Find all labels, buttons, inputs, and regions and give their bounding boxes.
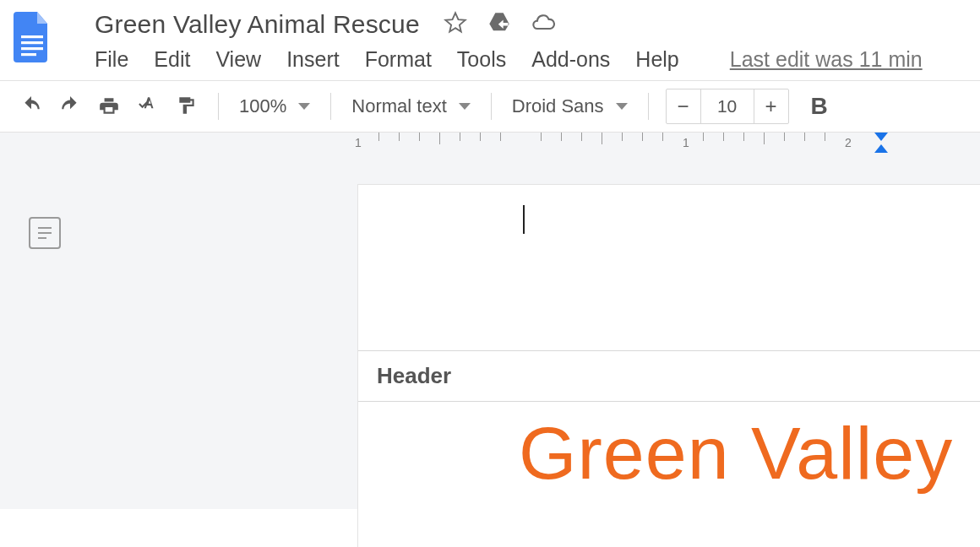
bold-button[interactable]: B [803, 93, 836, 120]
print-button[interactable] [90, 90, 128, 122]
separator [330, 93, 331, 120]
docs-app-icon[interactable] [10, 7, 54, 66]
toolbar: 100% Normal text Droid Sans − + B [0, 81, 980, 132]
text-cursor [523, 205, 525, 234]
document-heading-text[interactable]: Green Valley [358, 402, 980, 496]
document-page[interactable]: Header Green Valley [358, 185, 980, 547]
font-dropdown[interactable]: Droid Sans [504, 95, 636, 117]
indent-marker-icon[interactable] [874, 133, 888, 141]
svg-rect-3 [21, 53, 36, 56]
style-value: Normal text [351, 95, 446, 117]
document-title[interactable]: Green Valley Animal Rescue [95, 10, 420, 39]
separator [648, 93, 649, 120]
horizontal-ruler[interactable]: 1 1 2 [358, 133, 980, 154]
paint-format-button[interactable] [167, 90, 206, 122]
last-edit-link[interactable]: Last edit was 11 min [730, 47, 923, 72]
chevron-down-icon [459, 103, 471, 110]
cloud-status-icon[interactable] [531, 11, 555, 38]
svg-rect-0 [21, 35, 43, 38]
star-icon[interactable] [444, 11, 467, 38]
separator [491, 93, 492, 120]
paragraph-style-dropdown[interactable]: Normal text [343, 95, 478, 117]
undo-button[interactable] [12, 90, 51, 122]
separator [218, 93, 219, 120]
menu-tools[interactable]: Tools [457, 47, 506, 72]
svg-rect-1 [21, 41, 43, 44]
font-value: Droid Sans [512, 95, 604, 117]
zoom-dropdown[interactable]: 100% [231, 95, 318, 117]
document-outline-button[interactable] [29, 217, 61, 249]
menu-view[interactable]: View [215, 47, 261, 72]
chevron-down-icon [298, 103, 310, 110]
font-size-stepper: − + [666, 89, 789, 124]
ruler-number: 1 [355, 136, 362, 149]
menu-help[interactable]: Help [635, 47, 678, 72]
redo-button[interactable] [51, 90, 90, 122]
chevron-down-icon [616, 103, 628, 110]
menu-format[interactable]: Format [365, 47, 432, 72]
header-region[interactable]: Header [358, 350, 980, 402]
move-to-drive-icon[interactable] [487, 11, 511, 38]
ruler-number: 1 [683, 136, 689, 149]
font-size-decrease[interactable]: − [667, 89, 700, 123]
spellcheck-button[interactable] [128, 90, 167, 122]
menu-edit[interactable]: Edit [154, 47, 190, 72]
svg-rect-2 [21, 47, 43, 50]
font-size-increase[interactable]: + [754, 89, 788, 123]
zoom-value: 100% [239, 95, 286, 117]
indent-marker-icon[interactable] [874, 144, 888, 153]
menu-insert[interactable]: Insert [286, 47, 340, 72]
header-label: Header [358, 351, 980, 401]
menu-file[interactable]: File [95, 47, 128, 72]
font-size-input[interactable] [700, 89, 754, 123]
menu-bar: File Edit View Insert Format Tools Add-o… [54, 44, 980, 80]
menu-addons[interactable]: Add-ons [531, 47, 610, 72]
ruler-number: 2 [845, 136, 852, 149]
